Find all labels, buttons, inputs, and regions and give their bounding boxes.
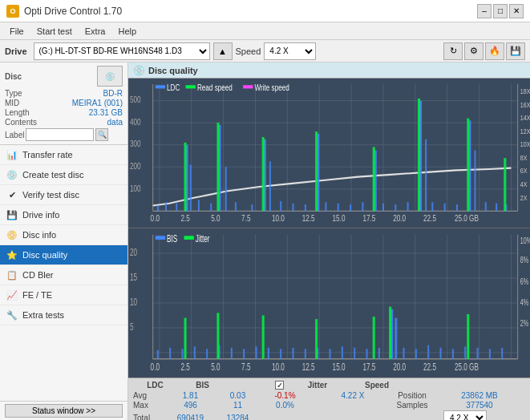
speed-select[interactable]: 4.2 X (264, 42, 316, 60)
create-test-disc-icon: 💿 (6, 169, 18, 180)
svg-rect-171 (373, 317, 375, 359)
svg-text:22.5: 22.5 (423, 361, 436, 372)
max-label: Max (133, 401, 165, 410)
svg-rect-55 (235, 202, 237, 211)
status-bar: Status window >> 100.0% Test completed 3… (0, 401, 127, 420)
svg-rect-159 (440, 348, 442, 359)
svg-text:10%: 10% (520, 236, 530, 245)
svg-text:20: 20 (130, 246, 137, 257)
svg-rect-86 (418, 99, 420, 212)
svg-text:100: 100 (130, 183, 141, 192)
max-ldc: 496 (168, 401, 212, 410)
svg-rect-78 (485, 202, 487, 211)
svg-rect-160 (452, 349, 454, 358)
svg-rect-59 (280, 201, 281, 211)
burn-button[interactable]: 🔥 (485, 42, 504, 60)
position-label: Position (384, 391, 440, 400)
main-layout: Disc 💿 Type BD-R MID MEIRA1 (001) Length… (0, 63, 530, 420)
maximize-button[interactable]: □ (493, 4, 508, 18)
nav-create-test-disc[interactable]: 💿 Create test disc (0, 165, 127, 185)
total-bis: 13284 (216, 414, 260, 421)
charts-container: 500 400 300 200 100 18X 16X 14X 12X 10X … (128, 79, 530, 378)
disc-label-btn[interactable]: 🔍 (95, 128, 108, 141)
svg-rect-72 (425, 139, 427, 212)
svg-rect-151 (342, 346, 343, 359)
disc-icon: 💿 (97, 66, 123, 87)
stats-bottom: LDC BIS ✓ Jitter Speed Avg 1.81 0.03 -0.… (128, 378, 530, 420)
svg-text:4X: 4X (520, 180, 528, 188)
svg-text:4%: 4% (520, 298, 528, 308)
svg-rect-176 (184, 236, 194, 240)
menu-start-test[interactable]: Start test (30, 25, 79, 38)
menu-bar: File Start test Extra Help (0, 22, 530, 40)
disc-label-input[interactable] (26, 128, 94, 141)
sidebar: Disc 💿 Type BD-R MID MEIRA1 (001) Length… (0, 63, 128, 420)
nav-verify-test-disc[interactable]: ✔ Verify test disc (0, 185, 127, 205)
jitter-checkbox[interactable]: ✓ (275, 381, 284, 390)
refresh-button[interactable]: ↻ (443, 42, 463, 60)
drive-select[interactable]: (G:) HL-DT-ST BD-RE WH16NS48 1.D3 (34, 42, 210, 60)
svg-text:2X: 2X (520, 192, 528, 201)
total-ldc: 690419 (168, 414, 212, 421)
position-value: 23862 MB (443, 391, 516, 400)
disc-quality-title: Disc quality (148, 66, 198, 75)
settings-button[interactable]: ⚙ (464, 42, 483, 60)
menu-help[interactable]: Help (111, 25, 143, 38)
quality-speed-select[interactable]: 4.2 X (443, 410, 487, 420)
top-chart-svg: 500 400 300 200 100 18X 16X 14X 12X 10X … (128, 79, 530, 228)
svg-rect-63 (325, 202, 326, 211)
svg-rect-69 (394, 204, 396, 211)
svg-text:6%: 6% (520, 277, 528, 286)
eject-button[interactable]: ▲ (213, 42, 233, 60)
svg-rect-61 (305, 204, 306, 211)
disc-length-row: Length 23.31 GB (5, 108, 123, 117)
svg-text:0.0: 0.0 (151, 213, 160, 223)
svg-rect-65 (350, 204, 351, 211)
menu-file[interactable]: File (3, 25, 30, 38)
disc-quality-header: 💿 Disc quality (128, 63, 530, 79)
svg-rect-156 (403, 348, 405, 359)
svg-rect-144 (255, 346, 257, 359)
fe-te-icon: 📈 (6, 289, 18, 301)
svg-rect-68 (382, 204, 384, 212)
svg-text:25.0 GB: 25.0 GB (455, 361, 479, 372)
svg-rect-50 (190, 164, 192, 211)
svg-rect-73 (431, 202, 433, 211)
disc-mid-row: MID MEIRA1 (001) (5, 99, 123, 107)
avg-jitter: -0.1% (263, 391, 307, 400)
drive-info-icon: 💾 (6, 209, 18, 220)
svg-rect-138 (181, 349, 183, 358)
svg-rect-142 (231, 348, 233, 359)
svg-rect-48 (176, 204, 177, 212)
svg-text:10: 10 (130, 296, 137, 307)
status-window-button[interactable]: Status window >> (5, 404, 123, 418)
nav-transfer-rate[interactable]: 📊 Transfer rate (0, 145, 127, 165)
svg-rect-161 (464, 346, 466, 359)
drive-label: Drive (5, 46, 27, 56)
disc-info-icon: 📀 (6, 229, 18, 240)
nav-disc-quality[interactable]: ⭐ Disc quality (0, 245, 127, 265)
col-header-jitter-check: ✓ (275, 381, 286, 390)
svg-text:8X: 8X (520, 153, 528, 162)
nav-extra-tests[interactable]: 🔧 Extra tests (0, 305, 127, 325)
svg-rect-91 (186, 85, 196, 88)
svg-rect-154 (378, 348, 380, 359)
svg-rect-89 (156, 85, 165, 88)
nav-fe-te[interactable]: 📈 FE / TE (0, 285, 127, 305)
nav-disc-info[interactable]: 📀 Disc info (0, 225, 127, 245)
close-button[interactable]: ✕ (509, 4, 524, 18)
nav-cd-bler[interactable]: 📋 CD Bler (0, 265, 127, 285)
svg-text:5.0: 5.0 (211, 213, 220, 223)
minimize-button[interactable]: – (477, 4, 492, 18)
menu-extra[interactable]: Extra (79, 25, 112, 38)
svg-rect-52 (210, 204, 212, 212)
save-button[interactable]: 💾 (506, 42, 525, 60)
nav-drive-info[interactable]: 💾 Drive info (0, 205, 127, 225)
svg-text:15.0: 15.0 (333, 213, 346, 223)
svg-rect-158 (427, 345, 429, 359)
svg-rect-150 (330, 349, 331, 358)
svg-text:10.0: 10.0 (272, 361, 285, 372)
svg-text:LDC: LDC (167, 83, 180, 92)
svg-rect-153 (366, 349, 368, 358)
disc-section-title: Disc (5, 72, 22, 81)
